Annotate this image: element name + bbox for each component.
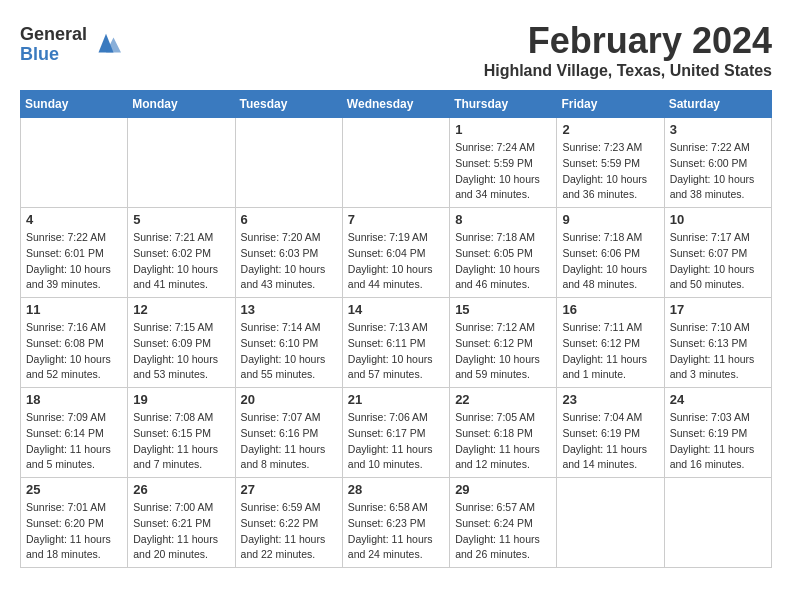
calendar-header-sunday: Sunday [21, 91, 128, 118]
day-number: 5 [133, 212, 229, 227]
day-info: Sunrise: 7:01 AM Sunset: 6:20 PM Dayligh… [26, 500, 122, 563]
calendar-cell: 2Sunrise: 7:23 AM Sunset: 5:59 PM Daylig… [557, 118, 664, 208]
calendar-cell: 21Sunrise: 7:06 AM Sunset: 6:17 PM Dayli… [342, 388, 449, 478]
day-number: 25 [26, 482, 122, 497]
day-info: Sunrise: 7:09 AM Sunset: 6:14 PM Dayligh… [26, 410, 122, 473]
calendar-header-tuesday: Tuesday [235, 91, 342, 118]
day-info: Sunrise: 6:59 AM Sunset: 6:22 PM Dayligh… [241, 500, 337, 563]
calendar-cell: 19Sunrise: 7:08 AM Sunset: 6:15 PM Dayli… [128, 388, 235, 478]
day-number: 12 [133, 302, 229, 317]
day-number: 10 [670, 212, 766, 227]
day-number: 28 [348, 482, 444, 497]
day-info: Sunrise: 7:14 AM Sunset: 6:10 PM Dayligh… [241, 320, 337, 383]
calendar-week-4: 18Sunrise: 7:09 AM Sunset: 6:14 PM Dayli… [21, 388, 772, 478]
day-info: Sunrise: 7:15 AM Sunset: 6:09 PM Dayligh… [133, 320, 229, 383]
calendar-cell: 18Sunrise: 7:09 AM Sunset: 6:14 PM Dayli… [21, 388, 128, 478]
day-number: 2 [562, 122, 658, 137]
day-number: 11 [26, 302, 122, 317]
day-info: Sunrise: 7:16 AM Sunset: 6:08 PM Dayligh… [26, 320, 122, 383]
calendar-header-monday: Monday [128, 91, 235, 118]
day-number: 22 [455, 392, 551, 407]
day-info: Sunrise: 7:18 AM Sunset: 6:06 PM Dayligh… [562, 230, 658, 293]
calendar-cell: 8Sunrise: 7:18 AM Sunset: 6:05 PM Daylig… [450, 208, 557, 298]
calendar-cell: 28Sunrise: 6:58 AM Sunset: 6:23 PM Dayli… [342, 478, 449, 568]
day-number: 3 [670, 122, 766, 137]
day-number: 1 [455, 122, 551, 137]
calendar-week-5: 25Sunrise: 7:01 AM Sunset: 6:20 PM Dayli… [21, 478, 772, 568]
day-info: Sunrise: 7:07 AM Sunset: 6:16 PM Dayligh… [241, 410, 337, 473]
day-number: 9 [562, 212, 658, 227]
day-number: 13 [241, 302, 337, 317]
day-info: Sunrise: 7:06 AM Sunset: 6:17 PM Dayligh… [348, 410, 444, 473]
calendar-cell: 11Sunrise: 7:16 AM Sunset: 6:08 PM Dayli… [21, 298, 128, 388]
day-info: Sunrise: 7:12 AM Sunset: 6:12 PM Dayligh… [455, 320, 551, 383]
calendar-cell: 22Sunrise: 7:05 AM Sunset: 6:18 PM Dayli… [450, 388, 557, 478]
day-info: Sunrise: 7:03 AM Sunset: 6:19 PM Dayligh… [670, 410, 766, 473]
calendar-cell [557, 478, 664, 568]
logo: General Blue [20, 25, 121, 65]
day-number: 20 [241, 392, 337, 407]
calendar-header-thursday: Thursday [450, 91, 557, 118]
calendar-cell: 6Sunrise: 7:20 AM Sunset: 6:03 PM Daylig… [235, 208, 342, 298]
logo-general-text: General [20, 25, 87, 45]
day-info: Sunrise: 6:58 AM Sunset: 6:23 PM Dayligh… [348, 500, 444, 563]
day-number: 29 [455, 482, 551, 497]
calendar-cell [342, 118, 449, 208]
calendar-cell: 10Sunrise: 7:17 AM Sunset: 6:07 PM Dayli… [664, 208, 771, 298]
calendar-cell [664, 478, 771, 568]
calendar-cell [235, 118, 342, 208]
calendar-cell: 26Sunrise: 7:00 AM Sunset: 6:21 PM Dayli… [128, 478, 235, 568]
calendar-cell: 7Sunrise: 7:19 AM Sunset: 6:04 PM Daylig… [342, 208, 449, 298]
logo-blue-text: Blue [20, 45, 87, 65]
logo-icon [91, 30, 121, 60]
day-number: 27 [241, 482, 337, 497]
day-info: Sunrise: 7:13 AM Sunset: 6:11 PM Dayligh… [348, 320, 444, 383]
day-info: Sunrise: 6:57 AM Sunset: 6:24 PM Dayligh… [455, 500, 551, 563]
calendar-cell: 17Sunrise: 7:10 AM Sunset: 6:13 PM Dayli… [664, 298, 771, 388]
calendar-week-2: 4Sunrise: 7:22 AM Sunset: 6:01 PM Daylig… [21, 208, 772, 298]
day-number: 16 [562, 302, 658, 317]
day-info: Sunrise: 7:00 AM Sunset: 6:21 PM Dayligh… [133, 500, 229, 563]
month-title: February 2024 [484, 20, 772, 62]
calendar-cell: 27Sunrise: 6:59 AM Sunset: 6:22 PM Dayli… [235, 478, 342, 568]
day-info: Sunrise: 7:22 AM Sunset: 6:00 PM Dayligh… [670, 140, 766, 203]
calendar-week-3: 11Sunrise: 7:16 AM Sunset: 6:08 PM Dayli… [21, 298, 772, 388]
day-info: Sunrise: 7:22 AM Sunset: 6:01 PM Dayligh… [26, 230, 122, 293]
day-info: Sunrise: 7:17 AM Sunset: 6:07 PM Dayligh… [670, 230, 766, 293]
page-header: General Blue February 2024 Highland Vill… [20, 20, 772, 80]
day-info: Sunrise: 7:18 AM Sunset: 6:05 PM Dayligh… [455, 230, 551, 293]
calendar-cell: 14Sunrise: 7:13 AM Sunset: 6:11 PM Dayli… [342, 298, 449, 388]
calendar-cell: 3Sunrise: 7:22 AM Sunset: 6:00 PM Daylig… [664, 118, 771, 208]
day-info: Sunrise: 7:04 AM Sunset: 6:19 PM Dayligh… [562, 410, 658, 473]
calendar-header-row: SundayMondayTuesdayWednesdayThursdayFrid… [21, 91, 772, 118]
calendar-cell: 23Sunrise: 7:04 AM Sunset: 6:19 PM Dayli… [557, 388, 664, 478]
day-info: Sunrise: 7:08 AM Sunset: 6:15 PM Dayligh… [133, 410, 229, 473]
calendar-cell: 24Sunrise: 7:03 AM Sunset: 6:19 PM Dayli… [664, 388, 771, 478]
day-number: 18 [26, 392, 122, 407]
calendar-cell: 20Sunrise: 7:07 AM Sunset: 6:16 PM Dayli… [235, 388, 342, 478]
calendar-cell: 15Sunrise: 7:12 AM Sunset: 6:12 PM Dayli… [450, 298, 557, 388]
day-number: 7 [348, 212, 444, 227]
calendar-week-1: 1Sunrise: 7:24 AM Sunset: 5:59 PM Daylig… [21, 118, 772, 208]
day-number: 6 [241, 212, 337, 227]
day-info: Sunrise: 7:24 AM Sunset: 5:59 PM Dayligh… [455, 140, 551, 203]
calendar-cell: 16Sunrise: 7:11 AM Sunset: 6:12 PM Dayli… [557, 298, 664, 388]
calendar-cell [21, 118, 128, 208]
day-info: Sunrise: 7:20 AM Sunset: 6:03 PM Dayligh… [241, 230, 337, 293]
day-number: 23 [562, 392, 658, 407]
day-number: 14 [348, 302, 444, 317]
location-title: Highland Village, Texas, United States [484, 62, 772, 80]
calendar-cell: 12Sunrise: 7:15 AM Sunset: 6:09 PM Dayli… [128, 298, 235, 388]
day-info: Sunrise: 7:19 AM Sunset: 6:04 PM Dayligh… [348, 230, 444, 293]
calendar-cell: 9Sunrise: 7:18 AM Sunset: 6:06 PM Daylig… [557, 208, 664, 298]
calendar-cell: 4Sunrise: 7:22 AM Sunset: 6:01 PM Daylig… [21, 208, 128, 298]
day-info: Sunrise: 7:11 AM Sunset: 6:12 PM Dayligh… [562, 320, 658, 383]
day-number: 15 [455, 302, 551, 317]
calendar-header-friday: Friday [557, 91, 664, 118]
calendar-cell: 29Sunrise: 6:57 AM Sunset: 6:24 PM Dayli… [450, 478, 557, 568]
calendar-cell: 1Sunrise: 7:24 AM Sunset: 5:59 PM Daylig… [450, 118, 557, 208]
day-info: Sunrise: 7:23 AM Sunset: 5:59 PM Dayligh… [562, 140, 658, 203]
day-number: 21 [348, 392, 444, 407]
calendar-cell [128, 118, 235, 208]
day-info: Sunrise: 7:05 AM Sunset: 6:18 PM Dayligh… [455, 410, 551, 473]
